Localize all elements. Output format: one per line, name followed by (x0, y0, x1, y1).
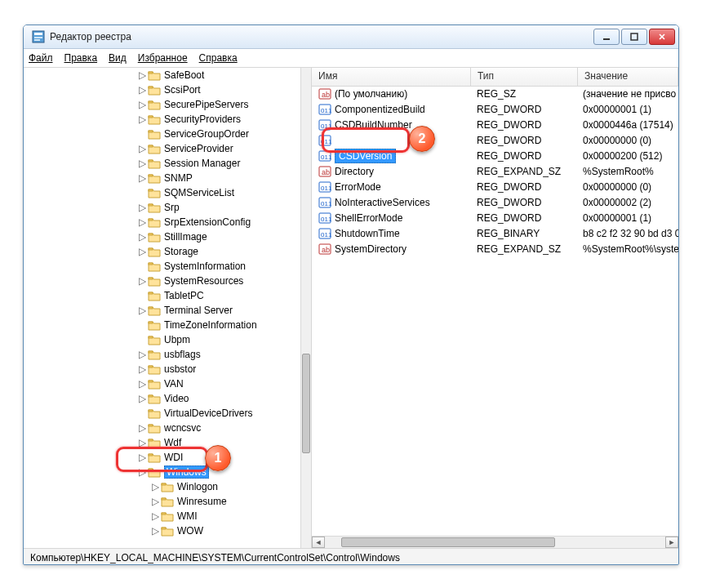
expand-icon[interactable]: ▷ (151, 481, 159, 492)
menu-view[interactable]: Вид (109, 52, 127, 64)
tree-item[interactable]: ▷Windows (24, 465, 301, 479)
folder-icon (148, 158, 161, 169)
column-type[interactable]: Тип (471, 68, 578, 86)
menu-file[interactable]: Файл (29, 52, 53, 64)
tree-item[interactable]: Ubpm (24, 332, 301, 347)
tree-item[interactable]: ▷Wdf (24, 435, 301, 450)
expand-icon[interactable]: ▷ (138, 246, 146, 257)
expand-icon[interactable]: ▷ (138, 216, 146, 228)
value-row[interactable]: 011CSDVersionREG_DWORD0x00000200 (512) (312, 148, 678, 163)
tree-item[interactable]: ▷usbflags (24, 347, 301, 362)
expand-icon[interactable]: ▷ (138, 158, 146, 169)
expand-icon[interactable]: ▷ (151, 510, 159, 522)
tree-item[interactable]: ▷Srp (24, 200, 301, 215)
value-row[interactable]: abDirectoryREG_EXPAND_SZ%SystemRoot% (312, 163, 678, 179)
value-row[interactable]: 011CSDBuildNumberREG_DWORD0x0000446a (17… (312, 117, 678, 132)
value-row[interactable]: 011ErrorModeREG_DWORD0x00000000 (0) (312, 179, 678, 194)
expand-icon[interactable]: ▷ (138, 172, 146, 184)
expand-icon[interactable]: ▷ (138, 231, 146, 243)
tree-item[interactable]: ▷WOW (24, 523, 301, 538)
tree-item-label: Winresume (177, 496, 227, 507)
expand-icon[interactable]: ▷ (151, 496, 159, 507)
expand-icon[interactable]: ▷ (138, 275, 146, 287)
tree-item[interactable]: ▷VAN (24, 376, 301, 391)
expand-icon[interactable]: ▷ (138, 363, 146, 375)
tree-item[interactable]: ▷usbstor (24, 362, 301, 376)
tree-item[interactable]: ▷Storage (24, 244, 301, 259)
tree-item-label: wcncsvc (164, 422, 201, 434)
expand-icon[interactable]: ▷ (138, 143, 146, 154)
expand-icon[interactable]: ▷ (138, 452, 146, 463)
tree-item[interactable]: TimeZoneInformation (24, 318, 301, 332)
value-row[interactable]: 011ShutdownTimeREG_BINARYb8 c2 f2 32 90 … (312, 225, 678, 241)
value-row[interactable]: abSystemDirectoryREG_EXPAND_SZ%SystemRoo… (312, 241, 678, 256)
expand-icon[interactable]: ▷ (138, 202, 146, 213)
scroll-left-icon[interactable]: ◄ (312, 537, 325, 548)
svg-rect-36 (162, 483, 166, 485)
menu-help[interactable]: Справка (199, 52, 238, 64)
tree-item[interactable]: ▷StillImage (24, 229, 301, 244)
expand-icon[interactable]: ▷ (138, 69, 146, 81)
close-button[interactable] (649, 29, 675, 45)
maximize-button[interactable] (621, 29, 647, 45)
scroll-right-icon[interactable]: ► (665, 537, 678, 548)
expand-icon[interactable]: ▷ (138, 84, 146, 96)
value-type: REG_DWORD (470, 212, 576, 224)
tree-item[interactable]: ▷wcncsvc (24, 421, 301, 435)
expand-icon[interactable]: ▷ (138, 305, 146, 316)
expand-icon[interactable]: ▷ (138, 349, 146, 360)
tree-item[interactable]: TabletPC (24, 288, 301, 303)
minimize-button[interactable] (593, 29, 620, 45)
list-header[interactable]: Имя Тип Значение (312, 68, 678, 87)
value-row[interactable]: ab(По умолчанию)REG_SZ(значение не присв… (312, 86, 678, 101)
tree-item[interactable]: ▷Winresume (24, 494, 301, 509)
expand-icon[interactable]: ▷ (138, 378, 146, 390)
registry-editor-window: Редактор реестра Файл Правка Вид Избранн… (23, 24, 679, 565)
tree-item[interactable]: ▷SecurePipeServers (24, 97, 301, 112)
tree-item-label: SQMServiceList (164, 187, 234, 198)
svg-text:011: 011 (321, 107, 331, 114)
tree-item[interactable]: ▷Terminal Server (24, 303, 301, 318)
tree-item[interactable]: VirtualDeviceDrivers (24, 406, 301, 421)
column-name[interactable]: Имя (312, 68, 471, 86)
menu-favorites[interactable]: Избранное (138, 52, 188, 64)
tree-item[interactable]: ServiceGroupOrder (24, 127, 301, 141)
tree-item[interactable]: ▷WMI (24, 509, 301, 523)
tree-item[interactable]: ▷Session Manager (24, 156, 301, 171)
expand-icon[interactable]: ▷ (151, 525, 159, 537)
tree-item[interactable]: ▷SrpExtensionConfig (24, 215, 301, 229)
value-row[interactable]: 011NoInteractiveServicesREG_DWORD0x00000… (312, 194, 678, 210)
value-type: REG_DWORD (470, 119, 576, 131)
tree-item[interactable]: SystemInformation (24, 259, 301, 274)
tree-item[interactable]: ▷WDI (24, 450, 301, 465)
expand-icon[interactable]: ▷ (138, 114, 146, 125)
tree-item[interactable]: ▷ServiceProvider (24, 141, 301, 156)
expand-icon[interactable]: ▷ (138, 422, 146, 434)
scrollbar-thumb[interactable] (341, 537, 555, 547)
tree-item[interactable]: ▷SecurityProviders (24, 112, 301, 127)
svg-rect-8 (149, 72, 153, 74)
titlebar[interactable]: Редактор реестра (24, 25, 678, 49)
expand-icon[interactable]: ▷ (138, 99, 146, 110)
tree-item[interactable]: ▷Video (24, 391, 301, 406)
value-row[interactable]: 011ComponentizedBuildREG_DWORD0x00000001… (312, 101, 678, 117)
tree-item[interactable]: ▷Winlogon (24, 479, 301, 494)
column-value[interactable]: Значение (578, 68, 678, 86)
tree-item[interactable]: ▷ScsiPort (24, 82, 301, 97)
tree-scrollbar[interactable] (300, 68, 311, 548)
expand-icon[interactable]: ▷ (138, 437, 146, 448)
expand-icon[interactable]: ▷ (138, 466, 146, 478)
tree-item[interactable]: ▷SystemResources (24, 274, 301, 288)
tree-item[interactable]: ▷SafeBoot (24, 68, 301, 82)
tree-item-label: ServiceProvider (164, 143, 233, 154)
value-name: NoInteractiveServices (335, 197, 430, 208)
tree-item[interactable]: SQMServiceList (24, 185, 301, 200)
expand-icon[interactable]: ▷ (138, 393, 146, 404)
value-row[interactable]: 011ShellErrorModeREG_DWORD0x00000001 (1) (312, 210, 678, 225)
value-row[interactable]: 011REG_DWORD0x00000000 (0) (312, 132, 678, 148)
tree-item[interactable]: ▷SNMP (24, 171, 301, 185)
values-hscrollbar[interactable]: ◄ ► (312, 536, 678, 548)
menu-edit[interactable]: Правка (64, 52, 98, 64)
scrollbar-thumb[interactable] (302, 354, 310, 453)
tree-item-label: WDI (164, 452, 183, 463)
